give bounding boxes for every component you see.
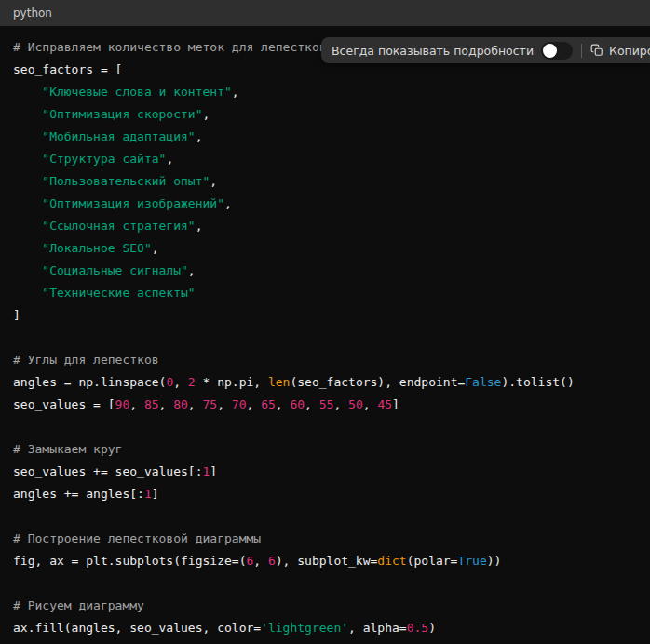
code-line bbox=[13, 416, 637, 438]
details-toggle[interactable] bbox=[541, 42, 573, 60]
toolbar-divider bbox=[581, 44, 582, 58]
code-line: ] bbox=[13, 304, 637, 327]
code-line bbox=[13, 572, 637, 595]
code-line: "Технические аспекты" bbox=[13, 282, 637, 304]
language-label: python bbox=[13, 7, 52, 19]
code-toolbar: Всегда показывать подробности Копировать… bbox=[321, 37, 650, 63]
code-line: ax.fill(angles, seo_values, color='light… bbox=[13, 617, 637, 639]
code-line bbox=[13, 505, 637, 528]
code-line: "Оптимизация изображений", bbox=[13, 193, 637, 215]
code-line: # Замыкаем круг bbox=[13, 438, 637, 461]
copy-code-button[interactable]: Копировать код bbox=[590, 44, 650, 58]
code-header: python bbox=[0, 0, 650, 26]
code-line: "Ссылочная стратегия", bbox=[13, 215, 637, 237]
code-line bbox=[13, 327, 637, 349]
code-line: # Углы для лепестков bbox=[13, 349, 637, 371]
code-line: angles = np.linspace(0, 2 * np.pi, len(s… bbox=[13, 371, 637, 394]
code-line: # Рисуем диаграмму bbox=[13, 595, 637, 617]
code-line: fig, ax = plt.subplots(figsize=(6, 6), s… bbox=[13, 550, 637, 572]
always-show-details-label: Всегда показывать подробности bbox=[332, 44, 534, 58]
code-line: "Оптимизация скорости", bbox=[13, 103, 637, 126]
code-line: "Социальные сигналы", bbox=[13, 260, 637, 282]
code-line: "Ключевые слова и контент", bbox=[13, 81, 637, 103]
code-line: angles += angles[:1] bbox=[13, 483, 637, 505]
code-line: seo_values = [90, 85, 80, 75, 70, 65, 60… bbox=[13, 394, 637, 416]
code-line: "Локальное SEO", bbox=[13, 237, 637, 260]
code-area: # Исправляем количество меток для лепест… bbox=[0, 26, 650, 644]
code-line: "Структура сайта", bbox=[13, 148, 637, 170]
code-line: seo_values += seo_values[:1] bbox=[13, 461, 637, 483]
code-block: python # Исправляем количество меток для… bbox=[0, 0, 650, 644]
copy-code-label: Копировать код bbox=[609, 44, 650, 58]
code-line: # Построение лепестковой диаграммы bbox=[13, 528, 637, 550]
code-line: "Мобильная адаптация", bbox=[13, 126, 637, 148]
code-line: "Пользовательский опыт", bbox=[13, 170, 637, 193]
toggle-knob-icon bbox=[543, 44, 557, 58]
copy-icon bbox=[590, 44, 603, 57]
